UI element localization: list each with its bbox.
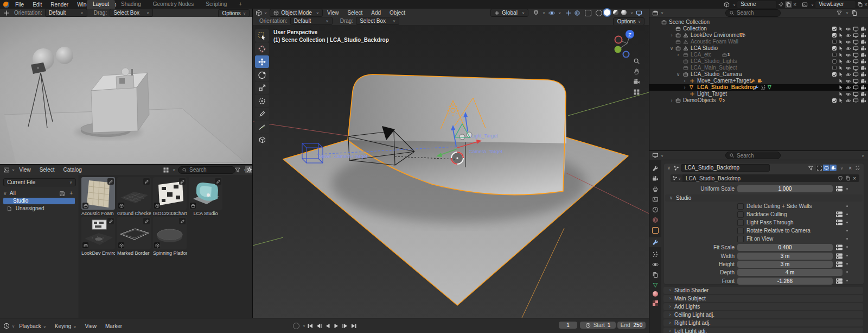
asset-tile[interactable]: Spinning Platform	[153, 217, 187, 256]
disable-render-icon[interactable]	[860, 26, 866, 32]
hide-viewport-icon[interactable]	[845, 33, 851, 39]
collapse-icon[interactable]: ∨	[669, 45, 674, 52]
decorator-dot[interactable]	[846, 222, 848, 223]
decorator-dot[interactable]	[846, 230, 848, 231]
move-tool-icon[interactable]	[3, 10, 10, 16]
navigation-gizmo[interactable]: Z	[612, 27, 642, 58]
tool-cursor[interactable]	[255, 42, 269, 55]
tool-scale[interactable]	[255, 81, 269, 94]
shading-dropdown-icon[interactable]: ∨	[630, 11, 633, 15]
hide-viewport-icon[interactable]	[845, 98, 851, 104]
decorator-dot[interactable]	[846, 263, 848, 265]
edit-asset-icon[interactable]	[107, 178, 114, 185]
disable-render-icon[interactable]	[860, 85, 866, 91]
new-viewlayer-icon[interactable]	[857, 2, 863, 8]
auto-keying-button[interactable]	[293, 323, 299, 329]
editor-divider[interactable]	[252, 9, 253, 318]
outliner-editor-icon[interactable]	[652, 10, 659, 16]
timeline-menu-keying[interactable]: Keying∨	[50, 323, 81, 329]
outliner-editor-dropdown-icon[interactable]: ∨	[661, 11, 663, 15]
editor-divider[interactable]	[0, 164, 253, 165]
disable-render-icon[interactable]	[860, 39, 866, 45]
edit-mode-toggle[interactable]	[816, 165, 822, 171]
timeline-menu-playback[interactable]: Playback∨	[15, 323, 50, 329]
tab-tool[interactable]	[652, 165, 659, 172]
selectable-icon[interactable]	[838, 26, 844, 32]
tab-object[interactable]	[652, 227, 659, 234]
input-socket-icon[interactable]	[835, 278, 843, 284]
selectable-icon[interactable]	[838, 78, 844, 84]
disable-viewports-icon[interactable]	[853, 65, 859, 71]
fake-user-icon[interactable]	[838, 175, 843, 181]
shading-wireframe-button[interactable]	[596, 10, 602, 16]
proportional-dropdown-icon[interactable]: ∨	[558, 11, 561, 15]
properties-search-input[interactable]: Search	[725, 152, 781, 159]
depth-field[interactable]: 4 m	[737, 269, 843, 276]
outliner-row-lca-studio-backdrop[interactable]: › ∇ LCA_Studio_Backdrop ∇	[649, 84, 868, 91]
tool-annotate[interactable]	[255, 108, 269, 120]
edit-asset-icon[interactable]	[107, 218, 114, 224]
tab-output[interactable]	[652, 186, 659, 192]
menu-file[interactable]: File	[11, 2, 28, 8]
decorator-dot[interactable]	[846, 271, 848, 273]
menu-render[interactable]: Render	[46, 2, 73, 8]
selectable-icon[interactable]	[838, 91, 844, 97]
workspace-tab-geometry-nodes[interactable]: Geometry Nodes	[147, 0, 200, 9]
decorator-dot[interactable]	[846, 246, 848, 248]
scene-icon[interactable]	[724, 2, 730, 8]
exclude-checkbox[interactable]	[832, 66, 837, 70]
menu-edit[interactable]: Edit	[28, 2, 46, 8]
modifier-extras-dropdown-icon[interactable]: ∨	[840, 166, 843, 170]
disable-viewports-icon[interactable]	[853, 52, 859, 58]
selectable-icon[interactable]	[838, 52, 844, 58]
disable-viewports-icon[interactable]	[853, 91, 859, 97]
asset-menu-catalog[interactable]: Catalog	[59, 167, 86, 173]
hide-viewport-icon[interactable]	[845, 52, 851, 58]
next-keyframe-button[interactable]	[341, 322, 349, 329]
tab-texture[interactable]	[653, 300, 658, 306]
decorator-dot[interactable]	[846, 205, 848, 207]
disable-viewports-icon[interactable]	[853, 78, 859, 84]
selectable-icon[interactable]	[838, 33, 844, 38]
hide-viewport-icon[interactable]	[845, 26, 851, 32]
outliner-row-light-target[interactable]: Light_Target	[649, 91, 868, 97]
modifier-name-field[interactable]: LCA_Studio_Backdrop	[681, 164, 770, 172]
expand-icon[interactable]: ›	[682, 84, 687, 91]
asset-tile[interactable]: LookDev Environ...	[81, 217, 115, 256]
new-scene-icon[interactable]	[785, 1, 792, 8]
viewlayer-dropdown-icon[interactable]: ∨	[811, 3, 814, 7]
hide-viewport-icon[interactable]	[845, 78, 851, 84]
tab-view-layer[interactable]	[652, 196, 659, 203]
proportional-edit-icon[interactable]	[548, 10, 555, 16]
collapse-icon[interactable]: ∨	[666, 165, 672, 171]
asset-tile[interactable]: Ground Checker	[117, 177, 151, 216]
asset-tile[interactable]: LCA Studio	[189, 177, 222, 216]
tool-rotate[interactable]	[255, 68, 269, 81]
blender-logo[interactable]	[3, 2, 9, 8]
height-field[interactable]: 3 m	[737, 261, 833, 268]
properties-options-dropdown-icon[interactable]: ∨	[861, 154, 864, 158]
drag-handle-icon[interactable]	[855, 165, 860, 171]
exclude-checkbox[interactable]	[832, 72, 837, 77]
current-frame-field[interactable]: 1	[559, 322, 577, 329]
section-main-subject[interactable]: ›Main Subject	[663, 295, 863, 302]
outliner-row-lca-main-subject[interactable]: LCA_Main_Subject	[649, 65, 868, 71]
outliner-filter-dropdown-icon[interactable]: ∨	[846, 11, 848, 15]
jump-to-start-button[interactable]	[307, 322, 314, 329]
viewlayer-icon[interactable]	[802, 2, 808, 8]
asset-search-input[interactable]: Search	[178, 166, 235, 174]
render-toggle[interactable]	[830, 165, 837, 171]
viewport-options-dropdown[interactable]: Options∨	[613, 17, 644, 26]
studio-subpanel-header[interactable]: ∨ Studio	[665, 194, 863, 202]
viewport-menu-object[interactable]: Object	[385, 10, 410, 16]
outliner-row-collection[interactable]: Collection	[649, 26, 868, 32]
modifier-filter-icon[interactable]	[808, 165, 814, 171]
tab-object-data[interactable]: ▽	[653, 282, 658, 287]
outliner-search-input[interactable]: Search	[725, 9, 781, 17]
outliner-row-lca-studio-camera[interactable]: ∨ LCA_Studio_Camera	[649, 71, 868, 78]
tool-transform[interactable]	[255, 95, 269, 107]
expand-icon[interactable]: ›	[682, 78, 687, 84]
save-catalog-icon[interactable]	[59, 191, 65, 197]
disable-viewports-icon[interactable]	[853, 72, 859, 78]
frame-end-field[interactable]: End 250	[617, 322, 646, 329]
